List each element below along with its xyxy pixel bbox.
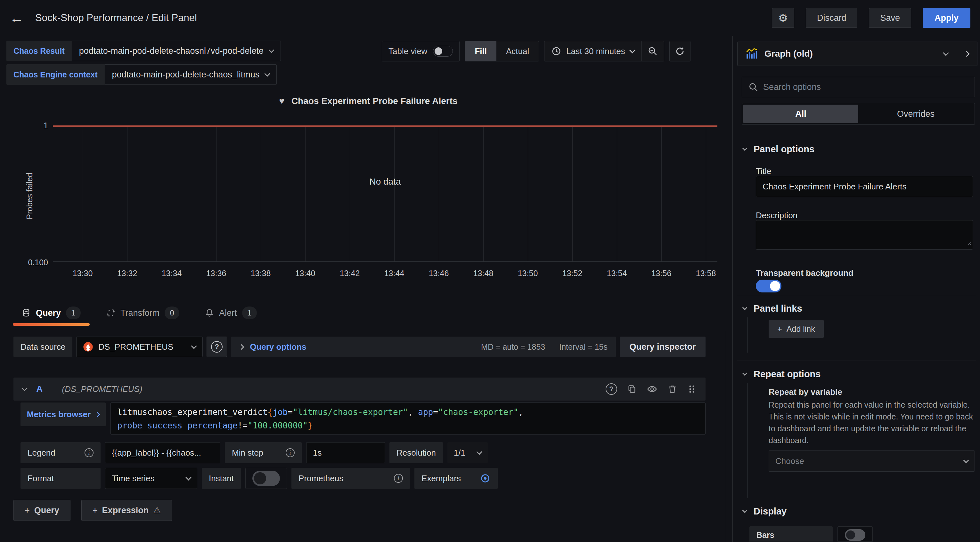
tab-transform[interactable]: Transform 0 — [104, 303, 182, 323]
table-view-toggle[interactable] — [433, 46, 453, 57]
chevron-down-icon — [268, 47, 274, 53]
section-display[interactable]: Display — [743, 506, 787, 517]
resize-handle-icon[interactable] — [966, 238, 971, 248]
format-select[interactable]: Time series — [105, 468, 197, 489]
tab-query[interactable]: Query 1 — [19, 303, 83, 323]
eye-icon[interactable] — [647, 384, 657, 395]
apply-label: Apply — [934, 13, 959, 23]
repeat-variable-placeholder: Choose — [775, 456, 804, 466]
tab-label: Transform — [121, 308, 159, 318]
expression-token: != — [238, 421, 248, 430]
expression-token: litmuschaos_experiment_verdict — [117, 407, 268, 417]
top-bar: ← Sock-Shop Performance / Edit Panel ⚙ D… — [0, 0, 980, 36]
panel-header[interactable]: ♥ Chaos Experiment Probe Failure Alerts — [0, 96, 737, 106]
x-tick-label: 13:48 — [464, 269, 503, 278]
panel-settings-button[interactable]: ⚙ — [772, 8, 794, 28]
chevron-down-icon — [476, 449, 482, 455]
section-repeat-options[interactable]: Repeat options — [743, 369, 821, 379]
editor-tabs: Query 1 Transform 0 Alert 1 — [19, 303, 259, 323]
panel-description-textarea[interactable] — [756, 220, 973, 250]
collapse-options-button[interactable] — [956, 41, 977, 66]
time-range-button[interactable]: Last 30 minutes — [544, 41, 641, 61]
clock-icon — [552, 46, 561, 56]
exemplars-icon[interactable] — [480, 473, 491, 484]
section-panel-links[interactable]: Panel links — [743, 303, 802, 314]
fill-option[interactable]: Fill — [465, 41, 496, 61]
visualization-picker[interactable]: Graph (old) — [737, 41, 956, 66]
repeat-variable-select[interactable]: Choose — [768, 450, 975, 472]
x-tick-label: 13:42 — [331, 269, 369, 278]
y-tick-max: 1 — [10, 121, 48, 130]
main-sidebar-divider — [732, 36, 733, 542]
variable-label: Chaos Engine context — [6, 64, 105, 85]
collapse-query-icon[interactable] — [21, 385, 27, 391]
table-view-control: Table view — [382, 41, 460, 62]
variable-value-dropdown[interactable]: podtato-main-pod-delete-chaos_litmus — [105, 64, 277, 85]
gridline — [572, 126, 573, 261]
query-options-bar[interactable]: Query options MD = auto = 1853 Interval … — [231, 337, 616, 357]
expression-token: { — [268, 407, 273, 417]
chevron-down-icon — [742, 371, 748, 376]
variable-value: podtato-main-pod-delete-chaos_litmus — [112, 70, 260, 80]
datasource-picker[interactable]: DS_PROMETHEUS — [76, 337, 203, 357]
query-help-icon[interactable]: ? — [606, 383, 617, 395]
back-arrow-icon[interactable]: ← — [10, 11, 24, 25]
info-icon: i — [394, 474, 403, 483]
filter-overrides[interactable]: Overrides — [858, 105, 973, 123]
resolution-select[interactable]: 1/1 — [447, 442, 488, 463]
next-option-row-partial — [837, 541, 873, 542]
section-title: Display — [754, 506, 787, 517]
zoom-out-time-button[interactable] — [641, 41, 664, 61]
expression-token: "chaos-exporter" — [438, 407, 518, 417]
add-link-button[interactable]: + Add link — [768, 320, 824, 338]
promql-expression-editor[interactable]: litmuschaos_experiment_verdict{job="litm… — [110, 403, 706, 434]
query-inspector-button[interactable]: Query inspector — [620, 337, 706, 357]
duplicate-icon[interactable] — [627, 384, 637, 394]
add-expression-button[interactable]: + Expression ⚠ — [81, 500, 172, 521]
options-search — [742, 77, 975, 97]
trash-icon[interactable] — [667, 384, 677, 394]
resolution-value: 1/1 — [454, 448, 465, 458]
expression-token: = — [288, 407, 293, 417]
metrics-browser-button[interactable]: Metrics browser — [21, 403, 106, 426]
chevron-down-icon — [629, 48, 635, 53]
bars-option-label: Bars — [749, 526, 833, 542]
instant-toggle[interactable] — [252, 471, 280, 486]
section-panel-options[interactable]: Panel options — [743, 144, 815, 155]
variable-value: podtato-main-pod-delete-chaosnl7vd-pod-d… — [79, 46, 264, 56]
transparent-background-toggle[interactable] — [756, 280, 781, 292]
options-sidebar: Graph (old) All Overrides Panel options … — [733, 36, 980, 542]
gridline — [83, 126, 83, 261]
transform-icon — [106, 308, 115, 317]
min-step-input[interactable] — [306, 442, 385, 463]
filter-all[interactable]: All — [743, 105, 858, 123]
panel-title-input[interactable] — [756, 176, 973, 197]
discard-button[interactable]: Discard — [806, 8, 858, 28]
expression-token: app — [418, 407, 433, 417]
variable-value-dropdown[interactable]: podtato-main-pod-delete-chaosnl7vd-pod-d… — [72, 41, 281, 61]
bars-toggle[interactable] — [845, 529, 865, 541]
gridline — [172, 126, 172, 261]
chart-plot-area[interactable]: No data — [53, 125, 718, 262]
no-data-message: No data — [53, 177, 718, 187]
prometheus-type-label: Prometheus — [299, 474, 343, 483]
query-scrollbar-track[interactable] — [726, 331, 726, 542]
actual-option[interactable]: Actual — [496, 41, 539, 61]
save-button[interactable]: Save — [869, 8, 911, 28]
resolution-label: Resolution — [390, 442, 443, 463]
drag-handle-icon[interactable] — [687, 384, 697, 394]
tab-alert[interactable]: Alert 1 — [202, 303, 259, 323]
add-query-button[interactable]: + Query — [13, 500, 70, 521]
prometheus-icon — [83, 342, 93, 352]
expression-token: job — [272, 407, 288, 417]
chevron-right-icon — [238, 344, 244, 350]
datasource-help-button[interactable]: ? — [207, 337, 227, 357]
query-row-header[interactable]: A (DS_PROMETHEUS) ? — [13, 377, 706, 401]
info-icon: i — [286, 448, 294, 457]
apply-button[interactable]: Apply — [923, 8, 970, 28]
legend-input[interactable] — [105, 442, 220, 463]
refresh-button[interactable] — [669, 41, 690, 62]
search-options-input[interactable] — [742, 77, 975, 97]
toggle-knob — [434, 48, 442, 55]
warning-icon: ⚠ — [153, 505, 161, 515]
